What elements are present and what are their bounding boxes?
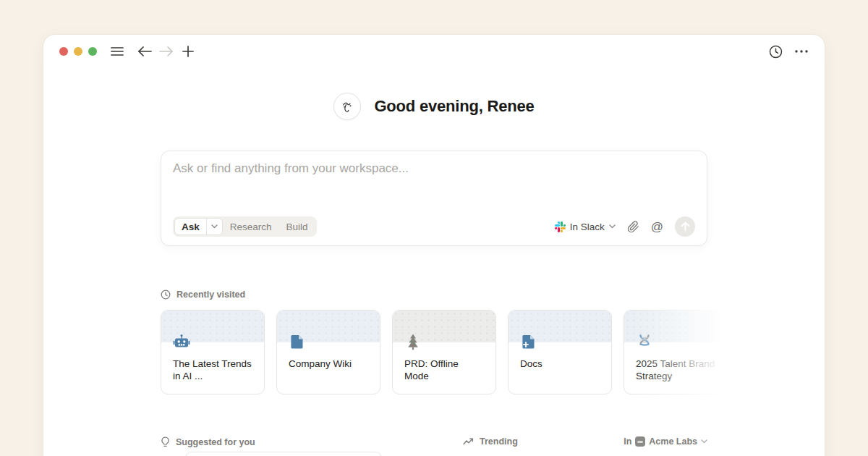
suggested-for-you-header: Suggested for you: [161, 436, 434, 447]
card-title: Docs: [509, 350, 611, 370]
mention-at-icon[interactable]: @: [651, 221, 663, 233]
chevron-down-icon: [609, 224, 616, 229]
ask-input[interactable]: [173, 161, 695, 176]
trending-label: Trending: [480, 436, 518, 447]
workspace-in-prefix: In: [624, 436, 631, 447]
history-clock-icon[interactable]: [768, 44, 783, 59]
zoom-window-button[interactable]: [88, 47, 97, 56]
new-tab-plus-icon[interactable]: [181, 44, 195, 59]
scope-label: In Slack: [570, 221, 605, 232]
card-title: PRD: Offline Mode: [393, 350, 495, 382]
page-icon: [289, 333, 306, 350]
recently-visited-header: Recently visited: [161, 290, 707, 300]
slack-logo-icon: [555, 221, 566, 232]
submit-arrow-button[interactable]: [675, 216, 695, 237]
greeting: Good evening, Renee: [161, 93, 707, 120]
attachment-paperclip-icon[interactable]: [627, 221, 639, 233]
traffic-lights: [59, 47, 97, 56]
card-2025-talent-brand-strategy[interactable]: 2025 Talent Brand Strategy: [624, 310, 728, 394]
acme-labs-logo-icon: [635, 436, 645, 447]
card-company-wiki[interactable]: Company Wiki: [276, 310, 380, 394]
lightbulb-icon: [161, 436, 170, 447]
app-window: Good evening, Renee Ask Research Build: [43, 35, 825, 456]
card-title: 2025 Talent Brand Strategy: [624, 350, 727, 382]
notion-ai-face-icon: [333, 93, 361, 120]
recently-visited-label: Recently visited: [176, 290, 245, 300]
mode-tab-build[interactable]: Build: [279, 221, 315, 232]
close-window-button[interactable]: [59, 47, 68, 56]
mode-switcher: Ask Research Build: [173, 216, 317, 237]
greeting-title: Good evening, Renee: [374, 97, 534, 116]
card-prd-offline-mode[interactable]: PRD: Offline Mode: [392, 310, 496, 394]
forward-arrow-icon[interactable]: [159, 44, 174, 59]
card-the-latest-trends-in-ai[interactable]: The Latest Trends in AI ...: [161, 310, 265, 394]
robot-icon: [173, 333, 190, 350]
card-title: Company Wiki: [277, 350, 380, 370]
chevron-down-icon: [701, 439, 707, 444]
titlebar: [43, 35, 825, 68]
mode-tab-research[interactable]: Research: [223, 221, 279, 232]
minimize-window-button[interactable]: [74, 47, 82, 56]
ask-box: Ask Research Build: [161, 151, 707, 246]
workspace-name: Acme Labs: [649, 436, 697, 447]
suggested-for-you-label: Suggested for you: [176, 437, 255, 447]
trending-up-icon: [463, 438, 474, 445]
dna-icon: [636, 333, 653, 350]
card-docs[interactable]: Docs: [508, 310, 612, 394]
mode-tab-ask[interactable]: Ask: [174, 218, 223, 235]
scope-selector-in-slack[interactable]: In Slack: [555, 221, 616, 232]
more-options-ellipsis-icon[interactable]: [794, 44, 809, 59]
clock-icon: [161, 290, 171, 300]
back-arrow-icon[interactable]: [137, 44, 152, 59]
card-title: The Latest Trends in AI ...: [161, 350, 264, 382]
tree-icon: [404, 333, 422, 350]
workspace-selector[interactable]: In Acme Labs: [624, 436, 707, 447]
recently-visited-cards: The Latest Trends in AI ... Company Wiki: [161, 310, 728, 394]
suggested-list-top: [185, 452, 382, 456]
mode-ask-label: Ask: [175, 221, 206, 232]
hamburger-menu-icon[interactable]: [110, 44, 124, 59]
page-plus-icon: [520, 333, 537, 350]
chevron-down-icon[interactable]: [207, 224, 222, 229]
trending-header: Trending: [463, 436, 518, 447]
